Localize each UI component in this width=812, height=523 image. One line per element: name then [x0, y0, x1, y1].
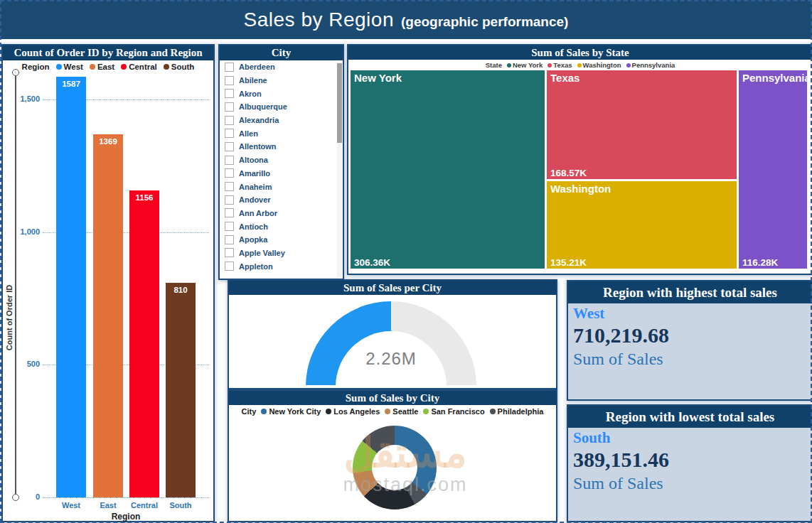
gauge-title: Sum of Sales per City: [229, 281, 556, 295]
city-list: AberdeenAbileneAkronAlbuquerqueAlexandri…: [220, 60, 343, 273]
checkbox[interactable]: [225, 102, 234, 112]
checkbox[interactable]: [225, 63, 234, 72]
legend-dot: [385, 409, 390, 414]
checkbox[interactable]: [225, 182, 234, 191]
legend-dot: [164, 64, 169, 70]
bar-central[interactable]: 1156: [129, 190, 159, 497]
bar-value-label: 1369: [93, 134, 123, 146]
checkbox[interactable]: [225, 248, 234, 257]
bar-south[interactable]: 810: [166, 283, 196, 497]
tile-value: 135.21K: [550, 257, 587, 268]
legend-item[interactable]: South: [164, 63, 195, 71]
city-row[interactable]: Andover: [220, 193, 343, 207]
legend-item[interactable]: Philadelphia: [490, 407, 544, 416]
donut-title: Sum of Sales by City: [229, 391, 556, 405]
scrollbar-track[interactable]: [337, 62, 342, 277]
city-row[interactable]: Akron: [220, 87, 343, 100]
city-label: Ann Arbor: [239, 209, 277, 217]
legend-item[interactable]: Central: [121, 63, 157, 71]
donut-hole: [372, 445, 417, 490]
y-tick-label: 1,000: [17, 227, 40, 236]
y-axis-title: Count of Order ID: [5, 247, 15, 389]
treemap-tile-texas[interactable]: Texas168.57K: [547, 70, 737, 179]
legend-title: City: [242, 407, 257, 416]
legend-label: Central: [129, 63, 157, 71]
checkbox[interactable]: [225, 76, 234, 85]
tile-value: 116.28K: [742, 257, 778, 268]
checkbox[interactable]: [225, 208, 234, 217]
x-axis-title: Region: [43, 512, 209, 522]
city-row[interactable]: Amarillo: [220, 167, 343, 180]
checkbox[interactable]: [225, 222, 234, 231]
treemap-area: New York306.36KTexas168.57KWashington135…: [351, 70, 807, 269]
city-row[interactable]: Albuquerque: [220, 100, 343, 114]
city-row[interactable]: Altoona: [220, 153, 343, 167]
city-label: Altoona: [239, 156, 268, 164]
legend-item[interactable]: Pennsylvania: [626, 61, 675, 69]
city-label: Anaheim: [239, 183, 272, 191]
city-slicer-title: City: [220, 45, 343, 60]
legend-item[interactable]: San Francisco: [423, 407, 484, 416]
legend-label: New York: [513, 61, 543, 69]
legend-item[interactable]: Seattle: [385, 407, 418, 416]
checkbox[interactable]: [225, 195, 234, 205]
city-label: Aberdeen: [239, 63, 275, 71]
treemap-tile-washington[interactable]: Washington135.21K: [547, 181, 737, 269]
legend-dot: [121, 64, 127, 70]
bar-east[interactable]: 1369: [93, 134, 123, 497]
city-row[interactable]: Anaheim: [220, 180, 343, 193]
checkbox[interactable]: [225, 116, 234, 125]
city-label: Antioch: [239, 222, 268, 231]
legend-dot: [56, 64, 62, 70]
legend-item[interactable]: Washington: [577, 61, 621, 69]
scrollbar-thumb[interactable]: [337, 63, 342, 143]
city-label: Abilene: [239, 76, 267, 85]
tile-value: 306.36K: [354, 257, 390, 268]
treemap-tile-new-york[interactable]: New York306.36K: [351, 70, 545, 269]
checkbox[interactable]: [225, 262, 234, 271]
city-row[interactable]: Ann Arbor: [220, 207, 343, 220]
checkbox[interactable]: [225, 168, 234, 178]
legend-item[interactable]: New York City: [261, 407, 321, 416]
zoom-slider-handle-top[interactable]: [12, 69, 19, 76]
legend-item[interactable]: New York: [507, 61, 543, 69]
city-row[interactable]: Allen: [220, 126, 343, 140]
page-title: Sales by Region: [244, 0, 394, 39]
tile-name: Washington: [550, 183, 611, 195]
city-row[interactable]: Apopka: [220, 233, 343, 247]
checkbox[interactable]: [225, 156, 234, 165]
legend-title: State: [486, 61, 502, 69]
legend-item[interactable]: Los Angeles: [326, 407, 380, 416]
bar-west[interactable]: 1587: [56, 77, 86, 497]
checkbox[interactable]: [225, 235, 234, 244]
checkbox[interactable]: [225, 142, 234, 151]
checkbox[interactable]: [225, 89, 234, 98]
lowest-card-title: Region with lowest total sales: [568, 406, 812, 428]
city-label: Albuquerque: [239, 102, 287, 111]
legend-item[interactable]: West: [56, 63, 83, 71]
lowest-value: 389,151.46: [573, 447, 812, 473]
zoom-slider[interactable]: [15, 74, 16, 495]
city-label: Akron: [239, 90, 262, 98]
city-row[interactable]: Aberdeen: [220, 60, 343, 74]
city-label: Alexandria: [239, 116, 279, 124]
city-row[interactable]: Appleton: [220, 259, 343, 273]
gauge[interactable]: [306, 301, 476, 385]
treemap-legend: StateNew YorkTexasWashingtonPennsylvania: [348, 60, 812, 70]
treemap-tile-pennsylvania[interactable]: Pennsylvania116.28K: [739, 70, 807, 269]
legend-dot: [577, 63, 582, 68]
legend-label: Pennsylvania: [632, 61, 675, 69]
city-label: Allen: [239, 129, 258, 138]
city-row[interactable]: Allentown: [220, 140, 343, 153]
bar-value-label: 810: [166, 283, 196, 294]
legend-label: Philadelphia: [498, 407, 544, 416]
city-row[interactable]: Antioch: [220, 220, 343, 233]
legend-item[interactable]: Texas: [547, 61, 572, 69]
legend-label: West: [64, 63, 83, 71]
city-row[interactable]: Apple Valley: [220, 247, 343, 260]
legend-dot: [490, 409, 496, 414]
legend-item[interactable]: East: [90, 63, 114, 71]
checkbox[interactable]: [225, 129, 234, 138]
city-row[interactable]: Alexandria: [220, 114, 343, 127]
city-row[interactable]: Abilene: [220, 74, 343, 87]
